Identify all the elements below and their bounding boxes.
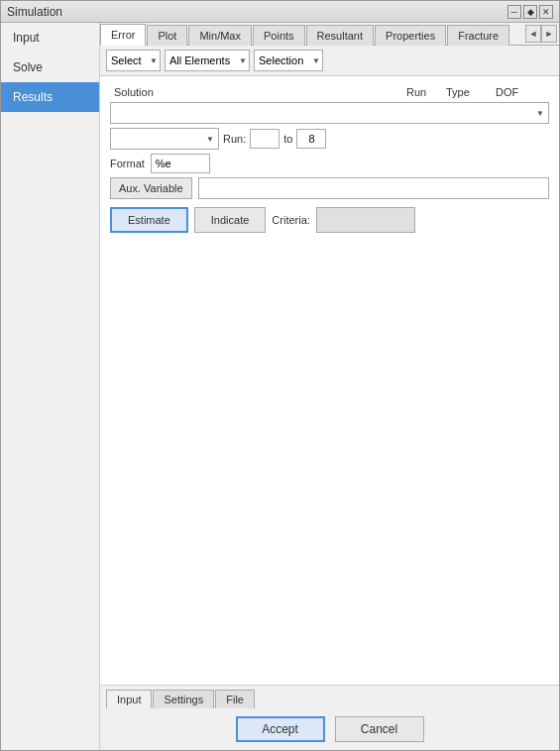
tab-points[interactable]: Points — [253, 25, 305, 46]
run-from-input[interactable] — [250, 129, 280, 149]
tab-minmax[interactable]: Min/Max — [188, 25, 252, 46]
main-layout: Input Solve Results Error Plot Min/Max — [1, 23, 559, 750]
tab-bar: Error Plot Min/Max Points Resultant Prop… — [100, 23, 559, 46]
tab-properties[interactable]: Properties — [375, 25, 446, 46]
run-header-label: Run — [406, 86, 446, 98]
to-label: to — [283, 133, 292, 145]
solution-header-label: Solution — [114, 86, 406, 98]
bottom-tab-settings[interactable]: Settings — [153, 690, 214, 708]
tab-resultant[interactable]: Resultant — [306, 25, 374, 46]
window-title: Simulation — [7, 5, 62, 19]
aux-variable-button[interactable]: Aux. Variable — [110, 177, 192, 199]
close-button[interactable]: ✕ — [539, 5, 553, 19]
action-row: Estimate Indicate Criteria: — [110, 207, 549, 233]
type-header-label: Type — [446, 86, 496, 98]
run-select-wrapper: ▼ — [110, 128, 219, 150]
pin-button[interactable]: ◆ — [523, 5, 537, 19]
run-row: ▼ Run: to 8 — [110, 128, 549, 150]
elements-dropdown-wrapper: All Elements ▼ — [165, 50, 250, 71]
aux-variable-row: Aux. Variable — [110, 177, 549, 199]
run-field-label: Run: — [223, 133, 246, 145]
bottom-section: Input Settings File Accept Cancel — [100, 685, 559, 750]
selection-dropdown-wrapper: Selection ▼ — [254, 50, 323, 71]
format-row: Format — [110, 154, 549, 173]
criteria-input[interactable] — [316, 207, 415, 233]
title-bar: Simulation ─ ◆ ✕ — [1, 1, 559, 23]
indicate-button[interactable]: Indicate — [194, 207, 267, 233]
solution-header: Solution Run Type DOF — [110, 84, 549, 100]
tab-scroll-left[interactable]: ◄ — [525, 25, 541, 43]
bottom-tab-file[interactable]: File — [215, 690, 255, 708]
controls-row: Select ▼ All Elements ▼ Selection ▼ — [100, 46, 559, 76]
dof-input[interactable]: 8 — [296, 129, 326, 149]
sidebar-item-input[interactable]: Input — [1, 23, 99, 53]
tab-plot[interactable]: Plot — [147, 25, 187, 46]
bottom-buttons: Accept Cancel — [100, 708, 559, 750]
dof-header-label: DOF — [496, 86, 545, 98]
minimize-button[interactable]: ─ — [507, 5, 521, 19]
select-dropdown[interactable]: Select — [106, 50, 161, 71]
estimate-button[interactable]: Estimate — [110, 207, 188, 233]
run-selector[interactable] — [110, 128, 219, 150]
title-bar-buttons: ─ ◆ ✕ — [507, 5, 553, 19]
sidebar-item-solve[interactable]: Solve — [1, 53, 99, 82]
criteria-label: Criteria: — [272, 214, 310, 226]
tab-scroll-right[interactable]: ► — [541, 25, 557, 43]
tab-fracture[interactable]: Fracture — [447, 25, 509, 46]
sidebar: Input Solve Results — [1, 23, 100, 750]
simulation-window: Simulation ─ ◆ ✕ Input Solve Results — [0, 0, 560, 751]
form-area: Solution Run Type DOF ▼ — [100, 76, 559, 685]
format-label: Format — [110, 158, 145, 169]
bottom-tab-input[interactable]: Input — [106, 690, 152, 708]
elements-dropdown[interactable]: All Elements — [165, 50, 250, 71]
bottom-tabs: Input Settings File — [100, 686, 559, 708]
content-body: Solution Run Type DOF ▼ — [100, 76, 559, 685]
cancel-button[interactable]: Cancel — [335, 716, 424, 742]
sidebar-item-results[interactable]: Results — [1, 82, 99, 112]
solution-dropdown-wrapper: ▼ — [110, 102, 549, 124]
format-input[interactable] — [151, 154, 210, 173]
aux-variable-input[interactable] — [198, 177, 549, 199]
tab-error[interactable]: Error — [100, 24, 146, 46]
selection-dropdown[interactable]: Selection — [254, 50, 323, 71]
accept-button[interactable]: Accept — [236, 716, 325, 742]
tab-scroll-buttons: ◄ ► — [525, 25, 557, 43]
content-area: Error Plot Min/Max Points Resultant Prop… — [100, 23, 559, 750]
select-dropdown-wrapper: Select ▼ — [106, 50, 161, 71]
solution-dropdown[interactable] — [110, 102, 549, 124]
